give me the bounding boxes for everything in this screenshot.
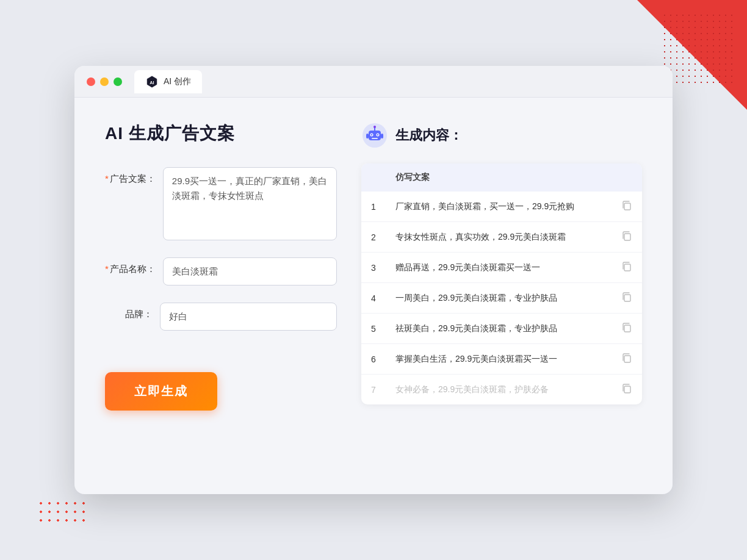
copy-icon-cell[interactable] bbox=[612, 222, 642, 253]
svg-rect-13 bbox=[624, 234, 630, 240]
required-star-product: * bbox=[105, 264, 109, 274]
copy-icon-cell[interactable] bbox=[612, 314, 642, 344]
traffic-lights bbox=[87, 77, 122, 86]
close-button[interactable] bbox=[87, 77, 95, 86]
brand-input[interactable] bbox=[160, 303, 337, 331]
table-row: 7女神必备，29.9元美白淡斑霜，护肤必备 bbox=[361, 375, 642, 405]
row-number: 1 bbox=[361, 192, 386, 222]
product-name-input[interactable] bbox=[163, 257, 337, 285]
row-text: 女神必备，29.9元美白淡斑霜，护肤必备 bbox=[386, 375, 612, 405]
row-number: 5 bbox=[361, 314, 386, 344]
row-number: 3 bbox=[361, 253, 386, 283]
product-name-label: *产品名称： bbox=[105, 257, 163, 275]
svg-rect-14 bbox=[624, 264, 630, 271]
table-row: 5祛斑美白，29.9元美白淡斑霜，专业护肤品 bbox=[361, 314, 642, 344]
bg-dots-bottom-left bbox=[37, 499, 85, 523]
maximize-button[interactable] bbox=[114, 77, 122, 86]
copy-icon bbox=[621, 292, 632, 303]
copy-icon bbox=[621, 261, 632, 272]
col-num-header bbox=[361, 163, 386, 192]
left-panel: AI 生成广告文案 *广告文案： *产品名称： 品牌： 立 bbox=[105, 122, 337, 470]
col-text-header: 仿写文案 bbox=[386, 163, 612, 192]
svg-rect-11 bbox=[381, 134, 383, 138]
row-number: 4 bbox=[361, 283, 386, 314]
required-star-ad: * bbox=[105, 173, 109, 184]
robot-icon bbox=[361, 122, 388, 149]
row-text: 祛斑美白，29.9元美白淡斑霜，专业护肤品 bbox=[386, 314, 612, 344]
ad-copy-label: *广告文案： bbox=[105, 167, 163, 185]
product-name-row: *产品名称： bbox=[105, 257, 337, 285]
browser-tab[interactable]: AI AI 创作 bbox=[134, 70, 202, 93]
svg-rect-15 bbox=[624, 295, 630, 301]
copy-icon bbox=[621, 383, 632, 394]
minimize-button[interactable] bbox=[100, 77, 109, 86]
row-text: 厂家直销，美白淡斑霜，买一送一，29.9元抢购 bbox=[386, 192, 612, 222]
table-row: 3赠品再送，29.9元美白淡斑霜买一送一 bbox=[361, 253, 642, 283]
tab-title: AI 创作 bbox=[164, 76, 191, 87]
right-panel: 生成内容： 仿写文案 1厂家直销，美白淡斑霜，买一送一，29.9元抢购 2专抹女… bbox=[361, 122, 642, 470]
svg-rect-17 bbox=[624, 356, 630, 362]
svg-rect-16 bbox=[624, 325, 630, 332]
svg-text:AI: AI bbox=[150, 79, 154, 85]
result-header: 生成内容： bbox=[361, 122, 642, 149]
row-text: 专抹女性斑点，真实功效，29.9元美白淡斑霜 bbox=[386, 222, 612, 253]
table-row: 1厂家直销，美白淡斑霜，买一送一，29.9元抢购 bbox=[361, 192, 642, 222]
page-title: AI 生成广告文案 bbox=[105, 122, 337, 145]
ad-copy-input[interactable] bbox=[163, 167, 337, 240]
row-number: 6 bbox=[361, 344, 386, 375]
row-text: 一周美白，29.9元美白淡斑霜，专业护肤品 bbox=[386, 283, 612, 314]
ad-copy-row: *广告文案： bbox=[105, 167, 337, 240]
copy-icon-cell[interactable] bbox=[612, 344, 642, 375]
svg-point-6 bbox=[377, 134, 378, 135]
result-title: 生成内容： bbox=[395, 126, 463, 145]
table-row: 6掌握美白生活，29.9元美白淡斑霜买一送一 bbox=[361, 344, 642, 375]
copy-icon-cell[interactable] bbox=[612, 375, 642, 405]
row-number: 7 bbox=[361, 375, 386, 405]
row-text: 掌握美白生活，29.9元美白淡斑霜买一送一 bbox=[386, 344, 612, 375]
svg-rect-10 bbox=[366, 134, 369, 138]
col-copy-header bbox=[612, 163, 642, 192]
brand-label: 品牌： bbox=[105, 303, 160, 320]
copy-icon-cell[interactable] bbox=[612, 283, 642, 314]
browser-window: AI AI 创作 AI 生成广告文案 *广告文案： *产品名称： bbox=[74, 66, 673, 494]
result-table: 仿写文案 1厂家直销，美白淡斑霜，买一送一，29.9元抢购 2专抹女性斑点，真实… bbox=[361, 163, 642, 404]
copy-icon-cell[interactable] bbox=[612, 253, 642, 283]
svg-rect-9 bbox=[372, 138, 378, 139]
copy-icon-cell[interactable] bbox=[612, 192, 642, 222]
svg-rect-18 bbox=[624, 386, 630, 393]
ai-tab-icon: AI bbox=[145, 75, 159, 88]
main-content: AI 生成广告文案 *广告文案： *产品名称： 品牌： 立 bbox=[74, 98, 673, 494]
copy-icon bbox=[621, 353, 632, 364]
table-row: 4一周美白，29.9元美白淡斑霜，专业护肤品 bbox=[361, 283, 642, 314]
titlebar: AI AI 创作 bbox=[74, 66, 673, 98]
copy-icon bbox=[621, 231, 632, 242]
table-row: 2专抹女性斑点，真实功效，29.9元美白淡斑霜 bbox=[361, 222, 642, 253]
copy-icon bbox=[621, 200, 632, 211]
generate-button[interactable]: 立即生成 bbox=[105, 372, 217, 411]
row-text: 赠品再送，29.9元美白淡斑霜买一送一 bbox=[386, 253, 612, 283]
svg-point-5 bbox=[371, 134, 372, 135]
brand-row: 品牌： bbox=[105, 303, 337, 331]
svg-rect-12 bbox=[624, 203, 630, 210]
row-number: 2 bbox=[361, 222, 386, 253]
svg-point-8 bbox=[374, 126, 376, 128]
bg-dots-top-right bbox=[662, 12, 735, 85]
copy-icon bbox=[621, 322, 632, 333]
